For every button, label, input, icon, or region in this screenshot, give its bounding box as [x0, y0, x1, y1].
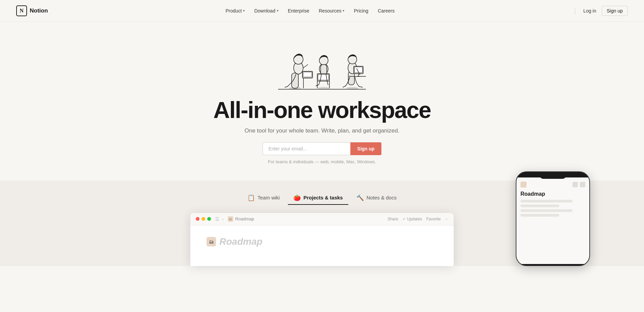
- window-actions: Share ✓ Updates Favorite ···: [387, 217, 448, 221]
- svg-point-19: [346, 87, 358, 90]
- login-button[interactable]: Log in: [579, 6, 600, 16]
- nav-pricing[interactable]: Pricing: [350, 6, 372, 16]
- window-controls: ☰ ‹ 🗂 Roadmap: [196, 216, 254, 222]
- phone-page-title: Roadmap: [520, 191, 585, 197]
- nav-list-icon[interactable]: ☰: [215, 216, 219, 222]
- phone-content-row: [520, 209, 572, 212]
- phone-screen: Roadmap: [516, 177, 589, 264]
- svg-rect-7: [303, 72, 312, 77]
- nav-back-icon[interactable]: ‹: [222, 216, 224, 222]
- hero-subtitle: One tool for your whole team. Write, pla…: [245, 127, 400, 134]
- logo-link[interactable]: N Notion: [16, 5, 48, 16]
- nav-product-label: Product: [225, 8, 242, 14]
- traffic-lights: [196, 217, 211, 221]
- nav-careers-label: Careers: [378, 8, 395, 14]
- feature-tabs-section: 📋 Team wiki 🍅 Projects & tasks 🔨 Notes &…: [0, 181, 644, 266]
- tab-projects-tasks-label: Projects & tasks: [303, 195, 343, 200]
- nav-download[interactable]: Download ▾: [250, 6, 282, 16]
- nav-resources-label: Resources: [319, 8, 342, 14]
- phone-header-icon-2: [580, 182, 585, 187]
- nav-pricing-label: Pricing: [354, 8, 368, 14]
- window-nav-icons: ☰ ‹: [215, 216, 224, 222]
- page-title-icon: 🗂: [207, 237, 216, 246]
- nav-enterprise-label: Enterprise: [288, 8, 310, 14]
- nav-enterprise[interactable]: Enterprise: [284, 6, 314, 16]
- signup-nav-button[interactable]: Sign up: [602, 6, 628, 16]
- svg-line-30: [359, 87, 363, 87]
- chevron-down-icon: ▾: [277, 9, 278, 13]
- demo-window: ☰ ‹ 🗂 Roadmap Share ✓ Updates: [190, 213, 454, 266]
- chevron-down-icon: ▾: [243, 9, 245, 13]
- page-title: Roadmap: [219, 236, 263, 247]
- nav-links: Product ▾ Download ▾ Enterprise Resource…: [221, 6, 399, 16]
- navbar: N Notion Product ▾ Download ▾ Enterprise…: [0, 0, 644, 22]
- minimize-button-dot[interactable]: [202, 217, 205, 221]
- window-body: 🗂 Roadmap: [190, 225, 454, 266]
- notes-docs-icon: 🔨: [356, 194, 364, 201]
- hero-title: All-in-one workspace: [213, 97, 431, 123]
- phone-header-icon-1: [572, 182, 578, 187]
- phone-page-icon: [520, 182, 527, 188]
- phone-content-row: [520, 214, 559, 217]
- tab-notes-docs[interactable]: 🔨 Notes & docs: [351, 191, 402, 205]
- svg-line-9: [285, 87, 288, 87]
- chevron-down-icon: ▾: [343, 9, 344, 13]
- tab-team-wiki-label: Team wiki: [258, 195, 280, 200]
- phone-header-actions: [572, 182, 585, 187]
- phone-notch: [539, 172, 566, 179]
- hero-cta-form: Sign up: [263, 142, 381, 155]
- team-wiki-icon: 📋: [247, 194, 255, 201]
- projects-tasks-icon: 🍅: [293, 194, 301, 201]
- page-icon: 🗂: [228, 216, 233, 222]
- notion-logo-icon: N: [16, 5, 27, 16]
- page-title-area: 🗂 Roadmap: [207, 236, 437, 247]
- tab-notes-docs-label: Notes & docs: [367, 195, 397, 200]
- checkmark-icon: ✓: [402, 217, 406, 221]
- nav-download-label: Download: [254, 8, 275, 14]
- nav-divider: [575, 7, 575, 14]
- hero-note: For teams & individuals — web, mobile, M…: [268, 159, 376, 164]
- nav-careers[interactable]: Careers: [374, 6, 399, 16]
- nav-resources[interactable]: Resources ▾: [315, 6, 349, 16]
- breadcrumb-page-label: Roadmap: [235, 216, 254, 221]
- window-titlebar: ☰ ‹ 🗂 Roadmap Share ✓ Updates: [190, 213, 454, 225]
- fullscreen-button-dot[interactable]: [207, 217, 211, 221]
- hero-section: All-in-one workspace One tool for your w…: [0, 22, 644, 181]
- logo-text: Notion: [30, 7, 48, 14]
- mobile-phone-mockup: Roadmap: [516, 171, 590, 266]
- favorite-action[interactable]: Favorite: [426, 217, 441, 221]
- phone-header: [520, 182, 585, 188]
- hero-signup-button[interactable]: Sign up: [350, 142, 381, 155]
- close-button-dot[interactable]: [196, 217, 199, 221]
- phone-content-row: [520, 200, 572, 202]
- tab-projects-tasks[interactable]: 🍅 Projects & tasks: [288, 191, 348, 205]
- nav-product[interactable]: Product ▾: [221, 6, 249, 16]
- svg-line-5: [303, 65, 308, 68]
- svg-rect-2: [292, 73, 298, 88]
- updates-action[interactable]: ✓ Updates: [402, 217, 422, 221]
- svg-rect-15: [318, 74, 329, 80]
- svg-point-10: [318, 87, 330, 90]
- svg-line-29: [343, 86, 346, 87]
- window-breadcrumb: 🗂 Roadmap: [228, 216, 254, 222]
- nav-auth: Log in Sign up: [572, 6, 628, 16]
- more-actions[interactable]: ···: [445, 217, 448, 221]
- tab-team-wiki[interactable]: 📋 Team wiki: [242, 191, 285, 205]
- share-action[interactable]: Share: [387, 217, 398, 221]
- hero-illustration: [251, 32, 393, 93]
- phone-content-row: [520, 205, 559, 207]
- demo-area: ☰ ‹ 🗂 Roadmap Share ✓ Updates: [0, 213, 644, 266]
- email-input[interactable]: [263, 142, 350, 155]
